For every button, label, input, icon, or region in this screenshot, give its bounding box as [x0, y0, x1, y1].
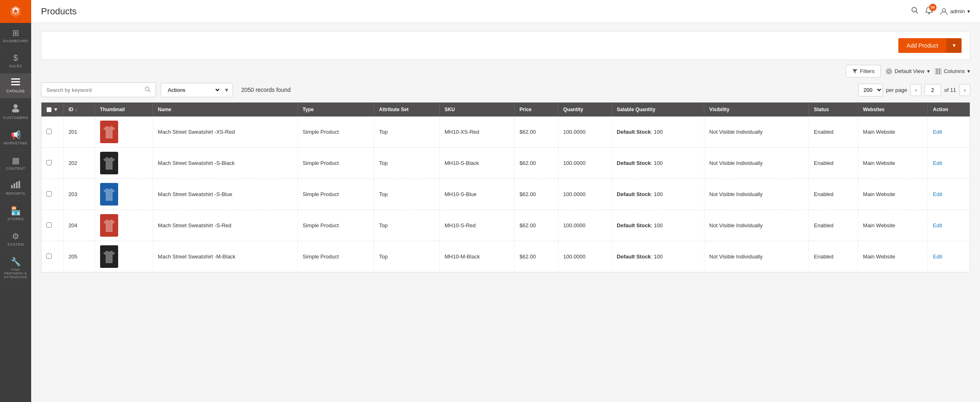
- cell-thumbnail: [95, 148, 153, 179]
- current-page-input[interactable]: [925, 84, 941, 96]
- cell-type: Simple Product: [297, 241, 374, 272]
- cell-quantity: 100.0000: [558, 210, 612, 241]
- content-area: Add Product ▼ Filters Default View ▾: [31, 23, 980, 402]
- th-checkbox-dropdown[interactable]: ▼: [53, 107, 58, 112]
- edit-link[interactable]: Edit: [933, 191, 942, 197]
- cell-sku: MH10-M-Black: [439, 241, 514, 272]
- find-partners-icon: 🔧: [11, 257, 21, 267]
- cell-action: Edit: [928, 241, 970, 272]
- row-checkbox[interactable]: [46, 222, 52, 228]
- cell-visibility: Not Visible Individually: [704, 241, 809, 272]
- edit-link[interactable]: Edit: [933, 129, 942, 135]
- cell-websites: Main Website: [858, 179, 927, 210]
- row-checkbox[interactable]: [46, 191, 52, 196]
- main-area: Products 39 admin: [31, 0, 980, 402]
- admin-dropdown-icon: ▾: [967, 8, 970, 14]
- search-icon[interactable]: [144, 86, 151, 94]
- actions-dropdown-arrow: ▼: [221, 87, 233, 93]
- cell-name: Mach Street Sweatshirt -S-Red: [153, 210, 297, 241]
- edit-link[interactable]: Edit: [933, 222, 942, 228]
- admin-label: admin: [950, 8, 965, 14]
- row-checkbox[interactable]: [46, 160, 52, 165]
- sidebar-item-stores[interactable]: 🏪 STORES: [0, 201, 31, 226]
- table-row: 203 Mach Street Sweatshirt -S-Blue Simpl…: [41, 179, 970, 210]
- cell-name: Mach Street Sweatshirt -XS-Red: [153, 116, 297, 148]
- cell-type: Simple Product: [297, 179, 374, 210]
- cell-price: $62.00: [514, 241, 558, 272]
- cell-id: 205: [63, 241, 95, 272]
- admin-menu-button[interactable]: admin ▾: [940, 7, 970, 16]
- row-checkbox[interactable]: [46, 254, 52, 259]
- th-attribute-set: Attribute Set: [374, 103, 439, 117]
- columns-button[interactable]: Columns ▾: [935, 68, 970, 74]
- dashboard-icon: ⊞: [12, 28, 19, 38]
- sidebar-item-label: SALES: [9, 64, 22, 68]
- svg-rect-17: [940, 69, 941, 74]
- svg-rect-0: [11, 78, 20, 80]
- columns-label: Columns: [944, 68, 965, 74]
- cell-id: 203: [63, 179, 95, 210]
- cell-attribute-set: Top: [374, 210, 439, 241]
- add-product-button[interactable]: Add Product ▼: [898, 38, 962, 53]
- prev-page-button[interactable]: ‹: [910, 84, 921, 96]
- th-id-label: ID: [69, 107, 73, 112]
- sidebar-item-label: MARKETING: [4, 141, 27, 145]
- cell-id: 202: [63, 148, 95, 179]
- add-product-dropdown-arrow[interactable]: ▼: [946, 39, 962, 53]
- sidebar-item-dashboard[interactable]: ⊞ DASHBOARD: [0, 23, 31, 48]
- cell-type: Simple Product: [297, 116, 374, 148]
- search-icon[interactable]: [911, 7, 918, 16]
- edit-link[interactable]: Edit: [933, 254, 942, 260]
- view-button[interactable]: Default View ▾: [886, 68, 930, 75]
- cell-type: Simple Product: [297, 148, 374, 179]
- cell-sku: MH10-XS-Red: [439, 116, 514, 148]
- th-name: Name: [153, 103, 297, 117]
- filters-label: Filters: [860, 68, 875, 74]
- sidebar-item-customers[interactable]: CUSTOMERS: [0, 98, 31, 125]
- logo[interactable]: [0, 0, 31, 23]
- cell-action: Edit: [928, 179, 970, 210]
- cell-id: 204: [63, 210, 95, 241]
- svg-rect-5: [11, 185, 13, 188]
- edit-link[interactable]: Edit: [933, 160, 942, 166]
- sidebar-item-system[interactable]: ⚙ SYSTEM: [0, 226, 31, 252]
- cell-checkbox: [41, 148, 64, 179]
- actions-dropdown[interactable]: Actions Delete Change Status Update Attr…: [161, 83, 233, 97]
- products-tbody: 201 Mach Street Sweatshirt -XS-Red Simpl…: [41, 116, 970, 272]
- cell-websites: Main Website: [858, 148, 927, 179]
- per-page-select[interactable]: 20 30 50 100 200: [858, 84, 883, 96]
- row-checkbox[interactable]: [46, 129, 52, 134]
- th-thumbnail: Thumbnail: [95, 103, 153, 117]
- filters-button[interactable]: Filters: [846, 65, 881, 78]
- sidebar-item-sales[interactable]: $ SALES: [0, 48, 31, 73]
- sidebar-item-find-partners[interactable]: 🔧 FIND PARTNERS & EXTENSIONS: [0, 252, 31, 284]
- th-id[interactable]: ID ↓: [63, 103, 95, 117]
- add-product-label: Add Product: [898, 38, 946, 53]
- th-type: Type: [297, 103, 374, 117]
- th-checkbox: ▼: [41, 103, 64, 117]
- search-box: [41, 82, 156, 97]
- cell-quantity: 100.0000: [558, 241, 612, 272]
- cell-visibility: Not Visible Individually: [704, 116, 809, 148]
- notifications-button[interactable]: 39: [925, 6, 933, 16]
- cell-websites: Main Website: [858, 116, 927, 148]
- actions-select[interactable]: Actions Delete Change Status Update Attr…: [161, 83, 221, 97]
- sidebar-item-content[interactable]: ▦ CONTENT: [0, 151, 31, 176]
- table-row: 202 Mach Street Sweatshirt -S-Black Simp…: [41, 148, 970, 179]
- cell-type: Simple Product: [297, 210, 374, 241]
- per-page-dropdown[interactable]: 20 30 50 100 200: [859, 84, 882, 96]
- select-all-checkbox[interactable]: [46, 107, 52, 112]
- sidebar-item-marketing[interactable]: 📢 MARKETING: [0, 125, 31, 151]
- cell-name: Mach Street Sweatshirt -S-Black: [153, 148, 297, 179]
- cell-websites: Main Website: [858, 210, 927, 241]
- table-row: 204 Mach Street Sweatshirt -S-Red Simple…: [41, 210, 970, 241]
- sidebar-item-reports[interactable]: REPORTS: [0, 176, 31, 201]
- cell-sku: MH10-S-Blue: [439, 179, 514, 210]
- next-page-button[interactable]: ›: [959, 84, 970, 96]
- cell-price: $62.00: [514, 210, 558, 241]
- stores-icon: 🏪: [11, 206, 21, 216]
- search-input[interactable]: [46, 87, 144, 93]
- sidebar-item-label: FIND PARTNERS & EXTENSIONS: [2, 268, 30, 279]
- svg-point-3: [14, 104, 18, 108]
- sidebar-item-catalog[interactable]: CATALOG: [0, 73, 31, 98]
